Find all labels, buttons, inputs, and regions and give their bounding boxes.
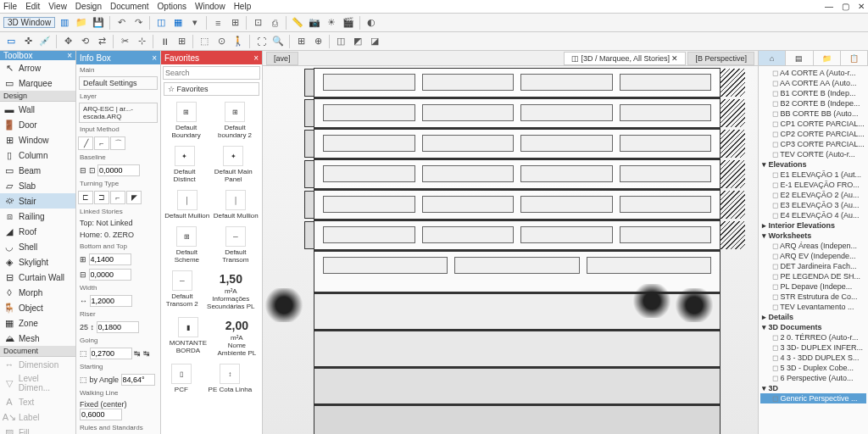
nav-tab-view[interactable]: ▤ (786, 51, 813, 65)
nav-group-interior[interactable]: Interior Elevations (760, 220, 866, 231)
grid-icon[interactable]: ⊞ (293, 34, 309, 49)
tool-curtain[interactable]: ⊟Curtain Wall (0, 270, 75, 285)
nav-item[interactable]: CP1 CORTE PARCIAL... (760, 119, 866, 129)
walk-icon[interactable]: 🚶 (231, 34, 246, 49)
nav-item[interactable]: E1 ELEVAÇÃO 1 (Aut... (760, 170, 866, 180)
tt-2[interactable]: ⊐ (94, 191, 109, 204)
group-icon[interactable]: ⊞ (174, 34, 189, 49)
tool-stair[interactable]: ⛮Stair (0, 193, 75, 209)
cube-icon[interactable]: ◫ (153, 15, 169, 31)
riser-count[interactable]: 25 (80, 323, 88, 331)
nav-item[interactable]: TEV Levantamento ... (760, 302, 866, 312)
tool-slab[interactable]: ▱Slab (0, 178, 75, 193)
fav-item[interactable]: ↕PE Cota Linha (207, 360, 254, 397)
sel-icon[interactable]: ▭ (3, 34, 19, 49)
fav-item[interactable]: ✦Default Main Panel (206, 142, 260, 186)
suspend-icon[interactable]: ⏸ (157, 34, 172, 49)
angle-input[interactable] (121, 374, 155, 386)
view3d-icon[interactable]: ⬚ (197, 34, 212, 49)
tt-1[interactable]: ⊏ (78, 191, 93, 204)
menu-help[interactable]: Help (234, 2, 252, 11)
pick-icon[interactable]: ✜ (20, 34, 36, 49)
tool-window[interactable]: ⊞Window (0, 132, 75, 147)
nav-item[interactable]: E3 ELEVAÇÃO 3 (Au... (760, 200, 866, 210)
snap-icon[interactable]: ⊕ (310, 34, 326, 49)
tool-leveldim[interactable]: ▽Level Dimen... (0, 372, 75, 394)
save-icon[interactable]: 💾 (91, 15, 106, 31)
render-icon[interactable]: 🎬 (341, 15, 356, 31)
maximize-icon[interactable]: ▢ (842, 2, 849, 11)
nav-item[interactable]: PL Depave (Indepe... (760, 281, 866, 292)
nav-tab-project[interactable]: ⌂ (759, 51, 786, 65)
tool-fill[interactable]: ▨Fill (0, 425, 75, 434)
fav-item[interactable]: │Default Mullion (212, 186, 260, 223)
mirror-icon[interactable]: ⇄ (94, 34, 109, 49)
fav-item[interactable]: ⊞Default boundary 2 (209, 98, 260, 142)
tt-4[interactable]: ◤ (126, 191, 142, 204)
tb-a[interactable]: ◫ (333, 34, 348, 49)
fav-item[interactable]: ✦Default Distinct (163, 142, 206, 186)
tool-marquee[interactable]: ▭Marquee (0, 75, 75, 91)
cube2-icon[interactable]: ▦ (170, 15, 186, 31)
menu-design[interactable]: Design (75, 2, 102, 11)
riser-input[interactable] (97, 321, 139, 333)
nav-group-3d[interactable]: 3D (760, 383, 866, 393)
section-design[interactable]: Design (0, 91, 75, 102)
tool-mesh[interactable]: ⛰Mesh (0, 331, 75, 346)
fav-item[interactable]: ─Default Transom (211, 223, 260, 267)
bt-input-2[interactable] (89, 269, 131, 281)
nav-item[interactable]: ARQ EV (Independe... (760, 251, 866, 261)
menu-options[interactable]: Options (158, 2, 186, 11)
nav-item[interactable]: PE LEGENDA DE SH... (760, 271, 866, 281)
fit-icon[interactable]: ⛶ (253, 34, 269, 49)
nav-item[interactable]: B2 CORTE B (Indepe... (760, 98, 866, 108)
3d-window-label[interactable]: 3D Window (3, 17, 55, 28)
walking-input[interactable] (80, 409, 122, 420)
favorites-folder[interactable]: ☆ Favorites (164, 82, 259, 96)
sun-icon[interactable]: ☀ (324, 15, 339, 31)
camera-icon[interactable]: 📷 (307, 15, 322, 31)
tool-label[interactable]: A↘Label (0, 409, 75, 425)
tool-object[interactable]: 🪑Object (0, 300, 75, 315)
tt-3[interactable]: ⌐ (110, 191, 125, 204)
nav-item-generic[interactable]: Generic Perspective ... (760, 393, 866, 403)
3d-viewport[interactable]: [ave] ◫ [3D / Marquee, All Stories] ✕ [B… (263, 51, 758, 434)
tool-column[interactable]: ▯Column (0, 147, 75, 163)
move-icon[interactable]: ✥ (60, 34, 75, 49)
print-icon[interactable]: ⎙ (267, 15, 282, 31)
fav-item[interactable]: 2,00m²ANome Ambiente PL (214, 314, 260, 360)
tab-ave[interactable]: [ave] (266, 52, 298, 65)
nav-item[interactable]: E4 ELEVAÇÃO 4 (Au... (760, 210, 866, 220)
redo-icon[interactable]: ↷ (131, 15, 146, 31)
nav-item[interactable]: BB CORTE BB (Auto... (760, 108, 866, 119)
fav-item[interactable]: ▮MONTANTE BORDA (163, 314, 214, 360)
home-select[interactable]: 0. ZERO (104, 231, 134, 239)
rotate-icon[interactable]: ⟲ (77, 34, 92, 49)
orbit-icon[interactable]: ⊙ (214, 34, 229, 49)
tool-skylight[interactable]: ◈Skylight (0, 254, 75, 270)
trace-icon[interactable]: ◐ (364, 15, 379, 31)
fav-item[interactable]: │Default Mullion (163, 186, 211, 223)
tool-text[interactable]: AText (0, 394, 75, 409)
tb-c[interactable]: ◪ (367, 34, 382, 49)
width-input[interactable] (90, 295, 132, 307)
im-3[interactable]: ⌒ (110, 136, 125, 150)
section-document[interactable]: Document (0, 346, 75, 357)
adjust-icon[interactable]: ⊹ (134, 34, 149, 49)
rules-label[interactable]: Rules and Standards (76, 422, 160, 433)
nav-item[interactable]: 3 3D- DUPLEX INFER... (760, 342, 866, 353)
nav-item[interactable]: CP3 CORTE PARCIAL... (760, 139, 866, 149)
nav-group-elevations[interactable]: Elevations (760, 159, 866, 170)
eyedrop-icon[interactable]: 💉 (37, 34, 53, 49)
favorites-search-input[interactable] (163, 66, 260, 80)
baseline-input[interactable] (97, 164, 140, 176)
menu-view[interactable]: View (48, 2, 67, 11)
nav-group-details[interactable]: Details (760, 312, 866, 322)
nav-item[interactable]: DET Jardineira Fach... (760, 261, 866, 271)
navigator-tree[interactable]: A4 CORTE A (Auto-r... AA CORTE AA (Auto.… (759, 66, 868, 434)
nav-tab-layout[interactable]: 📁 (814, 51, 841, 65)
measure-icon[interactable]: 📏 (290, 15, 305, 31)
menu-document[interactable]: Document (110, 2, 149, 11)
nav-item[interactable]: E2 ELEVAÇÃO 2 (Au... (760, 190, 866, 200)
tool-morph[interactable]: ◊Morph (0, 285, 75, 300)
